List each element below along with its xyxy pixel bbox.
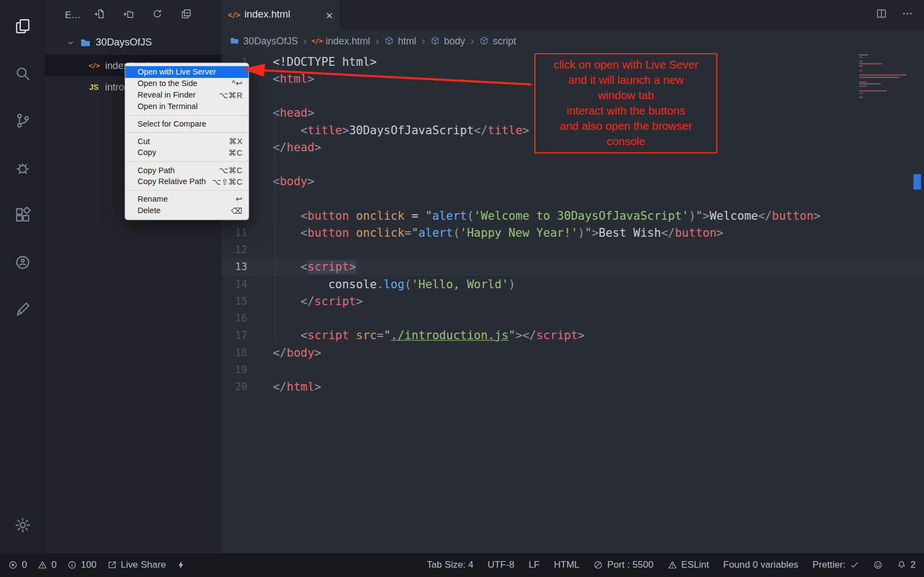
minimap[interactable] bbox=[859, 54, 910, 99]
search-button[interactable] bbox=[0, 49, 45, 96]
live-share-status[interactable]: Live Share bbox=[107, 559, 166, 570]
code-line-18[interactable]: 18</body> bbox=[221, 344, 924, 361]
live-server-port-status[interactable]: Port : 5500 bbox=[594, 559, 653, 570]
tab-index-html[interactable]: </> index.html × bbox=[221, 0, 341, 30]
feedback-smiley-status[interactable] bbox=[873, 560, 882, 569]
menu-item-shortcut: ↩ bbox=[236, 195, 243, 204]
menu-separator bbox=[125, 115, 248, 116]
share-screen-icon bbox=[107, 560, 117, 569]
quick-action-status[interactable] bbox=[176, 560, 186, 569]
explorer-icon bbox=[14, 18, 31, 35]
menu-item-select-for-compare[interactable]: Select for Compare bbox=[125, 118, 248, 129]
language-mode-status[interactable]: HTML bbox=[554, 559, 579, 570]
code-text: </head> bbox=[247, 139, 321, 156]
menu-separator bbox=[125, 161, 248, 162]
more-icon bbox=[902, 8, 914, 20]
tab-size-status[interactable]: Tab Size: 4 bbox=[427, 559, 474, 570]
menu-item-shortcut: ⌥⇧⌘C bbox=[212, 177, 243, 186]
errors-status[interactable]: 0 bbox=[8, 559, 27, 570]
code-line-20[interactable]: 20</html> bbox=[221, 379, 924, 396]
minimap-line bbox=[859, 61, 863, 62]
port-icon bbox=[594, 560, 603, 569]
live-share-icon bbox=[14, 254, 31, 271]
refresh-explorer-button[interactable] bbox=[152, 8, 163, 22]
encoding-status[interactable]: UTF-8 bbox=[488, 559, 515, 570]
code-line-7[interactable]: 7 bbox=[221, 156, 924, 173]
minimap-line bbox=[859, 81, 867, 82]
line-number: 19 bbox=[221, 361, 247, 378]
breadcrumb-script[interactable]: script bbox=[480, 35, 516, 46]
code-line-8[interactable]: 8<body> bbox=[221, 173, 924, 190]
code-line-16[interactable]: 16 bbox=[221, 310, 924, 327]
prettier-status[interactable]: Prettier: bbox=[812, 559, 859, 570]
menu-item-shortcut: ⌥⌘C bbox=[219, 165, 242, 175]
new-file-icon bbox=[94, 8, 105, 19]
menu-item-open-to-the-side[interactable]: Open to the Side^↩ bbox=[125, 78, 248, 89]
menu-item-copy-path[interactable]: Copy Path⌥⌘C bbox=[125, 164, 248, 176]
status-label: Found 0 variables bbox=[723, 559, 798, 570]
settings-button[interactable] bbox=[0, 501, 45, 549]
warnings-status[interactable]: 0 bbox=[38, 559, 56, 570]
breadcrumb-separator: › bbox=[303, 35, 306, 47]
live-share-button[interactable] bbox=[0, 238, 45, 285]
menu-item-rename[interactable]: Rename↩ bbox=[125, 193, 248, 205]
code-line-13[interactable]: 13 <script> bbox=[221, 259, 924, 276]
explorer-header: E… bbox=[45, 0, 221, 30]
breadcrumb-index-html[interactable]: </>index.html bbox=[312, 35, 370, 46]
code-line-9[interactable]: 9 bbox=[221, 190, 924, 207]
code-line-17[interactable]: 17 <script src="./introduction.js"></scr… bbox=[221, 327, 924, 344]
extensions-button[interactable] bbox=[0, 191, 45, 238]
menu-item-cut[interactable]: Cut⌘X bbox=[125, 135, 248, 147]
breadcrumb-30daysofjs[interactable]: 30DaysOfJS bbox=[230, 35, 298, 46]
menu-item-open-with-live-server[interactable]: Open with Live Server bbox=[125, 66, 248, 78]
menu-item-label: Open with Live Server bbox=[138, 67, 216, 76]
code-text: </body> bbox=[247, 344, 321, 361]
menu-item-copy[interactable]: Copy⌘C bbox=[125, 147, 248, 158]
run-debug-button[interactable] bbox=[0, 144, 45, 191]
more-actions-button[interactable] bbox=[902, 8, 914, 22]
notifications-status[interactable]: 2 bbox=[897, 559, 916, 570]
tree-item-30daysofjs[interactable]: 30DaysOfJS bbox=[45, 30, 221, 55]
status-label: 2 bbox=[910, 559, 916, 570]
editor-actions bbox=[876, 0, 924, 30]
feedback-button[interactable] bbox=[0, 285, 45, 333]
info-count-status[interactable]: 100 bbox=[67, 559, 97, 570]
overview-ruler-marker bbox=[914, 174, 921, 190]
split-editor-button[interactable] bbox=[876, 8, 888, 22]
code-text bbox=[247, 87, 272, 104]
explorer-button[interactable] bbox=[0, 2, 45, 49]
status-label: HTML bbox=[554, 559, 579, 570]
activity-bar bbox=[0, 0, 45, 553]
collapse-folders-button[interactable] bbox=[180, 8, 191, 22]
html-file-icon: </> bbox=[229, 9, 239, 20]
breadcrumb-body[interactable]: body bbox=[430, 35, 465, 46]
annotation-box: click on open with Live Severand it will… bbox=[534, 53, 717, 153]
code-line-15[interactable]: 15 </script> bbox=[221, 293, 924, 310]
eslint-status[interactable]: ESLint bbox=[668, 559, 709, 570]
breadcrumb-html[interactable]: html bbox=[384, 35, 416, 46]
code-text bbox=[247, 156, 272, 173]
source-control-button[interactable] bbox=[0, 97, 45, 144]
code-line-19[interactable]: 19 bbox=[221, 361, 924, 378]
extensions-icon bbox=[14, 207, 31, 224]
annotation-text: and it will launch a new bbox=[537, 73, 715, 88]
breadcrumb-separator: › bbox=[375, 35, 379, 47]
menu-item-open-in-terminal[interactable]: Open in Terminal bbox=[125, 101, 248, 112]
code-line-11[interactable]: 11 <button onclick="alert('Happy New Yea… bbox=[221, 224, 924, 241]
code-text: <button onclick="alert('Happy New Year!'… bbox=[247, 224, 723, 241]
status-label: Tab Size: 4 bbox=[427, 559, 474, 570]
explorer-title: E… bbox=[65, 10, 81, 20]
code-line-12[interactable]: 12 bbox=[221, 242, 924, 259]
menu-item-delete[interactable]: Delete⌫ bbox=[125, 205, 248, 216]
menu-item-reveal-in-finder[interactable]: Reveal in Finder⌥⌘R bbox=[125, 89, 248, 101]
code-line-10[interactable]: 10 <button onclick = "alert('Welcome to … bbox=[221, 207, 924, 224]
variables-status[interactable]: Found 0 variables bbox=[723, 559, 798, 570]
new-folder-button[interactable] bbox=[123, 8, 134, 22]
minimap-line bbox=[859, 75, 906, 76]
menu-item-copy-relative-path[interactable]: Copy Relative Path⌥⇧⌘C bbox=[125, 176, 248, 187]
code-line-14[interactable]: 14 console.log('Hello, World') bbox=[221, 276, 924, 293]
eol-status[interactable]: LF bbox=[528, 559, 539, 570]
new-file-button[interactable] bbox=[94, 8, 105, 22]
close-tab-icon[interactable]: × bbox=[326, 9, 333, 21]
pen-icon bbox=[14, 301, 31, 318]
